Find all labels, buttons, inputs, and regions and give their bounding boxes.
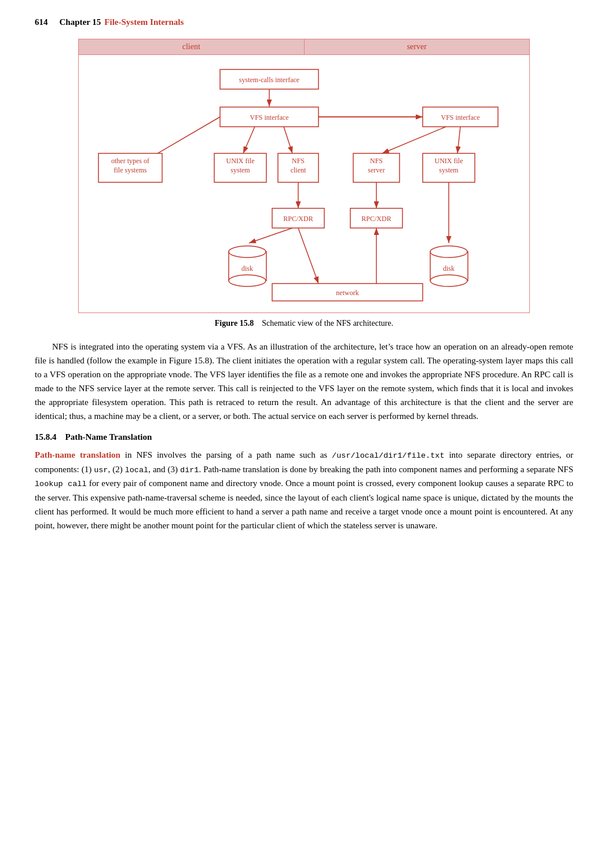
- nfs-server-label2: server: [368, 166, 384, 174]
- diagram-server-label: server: [304, 39, 530, 54]
- other-fs-label2: file systems: [114, 166, 147, 174]
- arrow-rpc-disk-client: [249, 228, 292, 243]
- paragraph2-text: in NFS involves the parsing of a path na…: [35, 450, 573, 530]
- disk-client-label: disk: [241, 264, 253, 273]
- diagram-header: client server: [79, 39, 529, 55]
- arrow-vfsserver-unixserver: [457, 127, 460, 153]
- other-fs-label1: other types of: [111, 157, 149, 165]
- path-example: /usr/local/dir1/file.txt: [332, 451, 444, 460]
- disk-client-bottom: [229, 275, 266, 286]
- disk-server-top: [430, 246, 467, 258]
- diagram-body: system-calls interface VFS interface VFS…: [79, 55, 529, 312]
- page-number: 614: [35, 17, 48, 27]
- nfs-client-label2: client: [291, 166, 306, 174]
- chapter-label: Chapter 15: [60, 17, 101, 27]
- nfs-client-label1: NFS: [292, 157, 305, 165]
- unix-server-label2: system: [439, 166, 459, 174]
- vfs-client-label: VFS interface: [250, 113, 289, 122]
- lookup-code: lookup call: [35, 480, 87, 488]
- figure-caption: Figure 15.8 Schematic view of the NFS ar…: [35, 319, 573, 328]
- section-heading: 15.8.4 Path-Name Translation: [35, 432, 573, 442]
- diagram-svg: system-calls interface VFS interface VFS…: [87, 64, 521, 307]
- rpc-server-label: RPC/XDR: [361, 215, 391, 223]
- paragraph2: Path-name translation in NFS involves th…: [35, 448, 573, 532]
- network-label: network: [336, 289, 358, 297]
- paragraph2-link: Path-name translation: [35, 450, 120, 459]
- arrow-vfs-unix-client: [243, 127, 255, 153]
- unix-client-label1: UNIX file: [226, 157, 255, 165]
- unix-client-label2: system: [230, 166, 250, 174]
- local-code: local: [125, 466, 149, 475]
- disk-server-bottom: [430, 275, 467, 286]
- page-header: 614 Chapter 15 File-System Internals: [35, 17, 573, 27]
- section-title: Path-Name Translation: [65, 432, 152, 442]
- figure-label: Figure 15.8: [215, 319, 254, 328]
- arrow-vfs-nfsclient: [284, 127, 292, 153]
- arrow-rpc-network: [298, 228, 318, 284]
- nfs-server-label1: NFS: [370, 157, 383, 165]
- section-number: 15.8.4: [35, 432, 57, 442]
- unix-server-label1: UNIX file: [435, 157, 463, 165]
- diagram-client-label: client: [79, 39, 304, 54]
- dir1-code: dir1: [180, 466, 199, 475]
- usr-code: usr: [94, 466, 108, 475]
- nfs-diagram: client server system-calls interface VFS…: [78, 39, 530, 313]
- arrow-vfsserver-nfsserver: [382, 127, 446, 153]
- syscalls-label: system-calls interface: [239, 76, 299, 84]
- disk-server-label: disk: [443, 264, 455, 273]
- rpc-client-label: RPC/XDR: [283, 215, 313, 223]
- figure-text: Schematic view of the NFS architecture.: [262, 319, 393, 328]
- vfs-server-label: VFS interface: [441, 113, 480, 122]
- chapter-title: File-System Internals: [104, 17, 184, 27]
- disk-client-top: [229, 246, 266, 258]
- paragraph1: NFS is integrated into the operating sys…: [35, 340, 573, 423]
